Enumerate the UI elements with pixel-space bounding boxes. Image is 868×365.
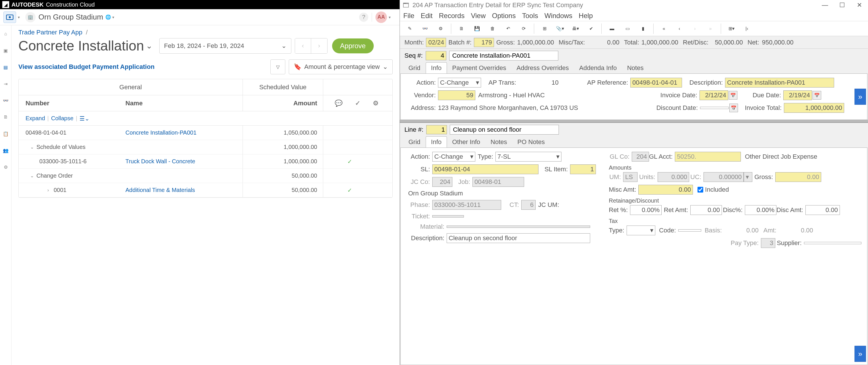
table-row[interactable]: ⌄Change Order50,000.00 [19,169,392,183]
help-button[interactable]: ? [359,12,368,22]
batch-field[interactable]: 179 [474,38,494,47]
comment-icon[interactable]: 💬 [335,100,342,107]
line-field[interactable]: 1 [426,125,447,134]
supplier-field[interactable] [804,242,861,244]
app-switcher-button[interactable] [3,11,16,23]
breadcrumb-link[interactable]: Trade Partner Pay App [19,29,82,36]
gear-icon[interactable]: ⚙ [435,24,446,34]
ret-pct-field[interactable]: 0.00% [630,205,662,215]
approve-button[interactable]: Approve [332,38,374,54]
delete-icon[interactable]: 🗑 [487,24,498,34]
tab-info[interactable]: Info [426,62,447,73]
row-name[interactable]: Additional Time & Materials [125,187,195,193]
disc-amt-field[interactable]: 0.00 [805,205,840,215]
tab-other-info[interactable]: Other Info [447,137,485,147]
chevron-down-icon[interactable]: ⌄ [146,41,152,51]
month-field[interactable]: 02/24 [426,38,446,47]
tab-address-overrides[interactable]: Address Overrides [512,63,574,73]
tax-code-field[interactable] [678,229,701,232]
expand-button[interactable]: Expand [26,115,45,122]
table-row[interactable]: 00498-01-04-01Concrete Installation-PA00… [19,126,392,140]
first-icon[interactable]: « [659,24,669,34]
nav-export-icon[interactable]: ⇥ [1,79,10,88]
menu-windows[interactable]: Windows [545,12,572,20]
row-name[interactable]: Concrete Installation-PA001 [125,129,197,136]
maximize-button[interactable]: ☐ [836,1,848,9]
grid-icon[interactable]: ⊞ [539,24,550,34]
save-icon[interactable]: 💾 [472,24,482,34]
project-name[interactable]: Orn Group Stadium [38,12,103,22]
layout2-icon[interactable]: ▭ [622,24,632,34]
included-checkbox[interactable] [698,187,703,193]
row-name[interactable]: Truck Dock Wall - Concrete [125,158,195,164]
tab-info[interactable]: Info [426,136,447,147]
action-dropdown[interactable]: C-Change▾ [438,78,481,88]
due-date-field[interactable]: 2/19/24 [783,90,812,100]
document-icon[interactable]: 🗎 [1,112,10,122]
menu-file[interactable]: File [403,12,414,20]
binoculars-icon[interactable]: 👓 [1,96,10,105]
next-button[interactable]: › [311,38,327,54]
date-range-picker[interactable]: Feb 18, 2024 - Feb 19, 2024 ⌄ [159,38,291,54]
tab-addenda-info[interactable]: Addenda Info [574,63,622,73]
tab-grid[interactable]: Grid [403,63,426,73]
close-button[interactable]: ✕ [854,1,865,9]
last-icon[interactable]: » [705,24,716,34]
print-icon[interactable]: 🖶▾ [570,24,581,34]
attach-icon[interactable]: 📎▾ [555,24,565,34]
chevron-down-icon[interactable]: ▾ [389,15,392,20]
prev-button[interactable]: ‹ [295,38,311,54]
calendar-icon[interactable]: 📅 [813,91,821,100]
chevron-down-icon[interactable]: ▾ [18,15,21,20]
collapse-button[interactable]: Collapse [51,115,73,122]
tab-notes[interactable]: Notes [622,63,649,73]
tab-po-notes[interactable]: PO Notes [513,137,550,147]
line-action-dropdown[interactable]: C-Change▾ [432,152,475,162]
tab-payment-overrides[interactable]: Payment Overrides [447,63,511,73]
check-icon[interactable]: ✓ [355,100,360,107]
line-type-dropdown[interactable]: 7-SL▾ [495,152,561,162]
menu-help[interactable]: Help [579,12,593,20]
menu-view[interactable]: View [471,12,486,20]
new-icon[interactable]: 🗎 [456,24,467,34]
minimize-button[interactable]: — [819,1,831,9]
ret-amt-field[interactable]: 0.00 [690,205,722,215]
nav-dashboard-icon[interactable]: ▣ [1,46,10,55]
table-row[interactable]: ⌄Schedule of Values1,000,000.00 [19,140,392,154]
expand-button[interactable]: » [855,346,866,362]
edit-icon[interactable]: ✎ [404,24,415,34]
menu-tools[interactable]: Tools [522,12,538,20]
nav-payapp-icon[interactable]: ▤ [1,63,10,72]
layout1-icon[interactable]: ▬ [607,24,617,34]
gross-field[interactable]: 0.00 [775,172,821,182]
clipboard-icon[interactable]: 📋 [1,129,10,138]
chevron-down-icon[interactable]: ⌄ [30,144,34,150]
gear-icon[interactable]: ⚙ [373,100,379,107]
sl-item-field[interactable]: 1 [570,164,596,174]
splitter[interactable] [400,120,868,123]
filter-button[interactable]: ▽ [270,59,285,74]
user-avatar[interactable]: AA [375,11,387,23]
table-row[interactable]: ›0001Additional Time & Materials50,000.0… [19,183,392,197]
expand-button[interactable]: » [855,89,866,105]
chevron-down-icon[interactable]: ⌄ [30,173,34,178]
list-settings-icon[interactable]: ☰⌄ [80,115,90,122]
apref-field[interactable]: 00498-01-04-01 [630,78,682,88]
menu-options[interactable]: Options [492,12,516,20]
next-icon[interactable]: › [690,24,700,34]
tab-notes[interactable]: Notes [485,137,512,147]
discount-date-field[interactable] [700,107,729,109]
menu-edit[interactable]: Edit [421,12,433,20]
description-field[interactable]: Concrete Installation-PA001 [725,78,834,88]
disc-pct-field[interactable]: 0.00% [745,205,776,215]
table-icon[interactable]: ⊞▾ [726,24,737,34]
menu-records[interactable]: Records [439,12,464,20]
associated-budget-link[interactable]: View associated Budget Payment Applicati… [19,63,154,71]
binoculars-icon[interactable]: 👓 [420,24,430,34]
people-icon[interactable]: 👥 [1,146,10,155]
table-row[interactable]: 033000-35-1011-6Truck Dock Wall - Concre… [19,154,392,169]
refresh-icon[interactable]: ⟳ [518,24,529,34]
goto-first-icon[interactable]: |‹ [742,24,752,34]
gear-icon[interactable]: ⚙ [1,162,10,172]
glacct-field[interactable]: 50250. [675,152,741,162]
